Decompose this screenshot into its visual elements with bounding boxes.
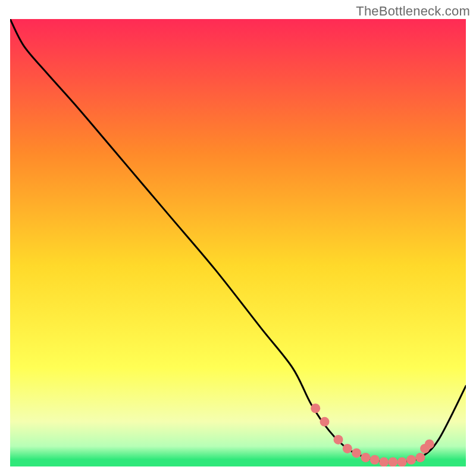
curve-marker — [320, 417, 330, 427]
curve-marker — [334, 435, 343, 444]
curve-marker — [352, 448, 361, 458]
curve-layer — [10, 19, 466, 466]
curve-marker — [415, 453, 425, 462]
curve-marker — [406, 455, 416, 465]
bottleneck-curve-path — [10, 19, 466, 462]
attribution-label: TheBottleneck.com — [356, 4, 470, 19]
plot-area — [10, 19, 466, 466]
curve-marker — [343, 444, 352, 453]
curve-marker — [361, 453, 370, 462]
curve-marker — [379, 457, 389, 466]
chart-container: TheBottleneck.com — [0, 0, 476, 476]
curve-marker — [370, 455, 380, 465]
curve-marker — [388, 457, 397, 466]
marker-group — [311, 403, 434, 466]
curve-marker — [397, 457, 407, 466]
curve-marker — [311, 403, 320, 413]
curve-marker — [425, 439, 434, 449]
